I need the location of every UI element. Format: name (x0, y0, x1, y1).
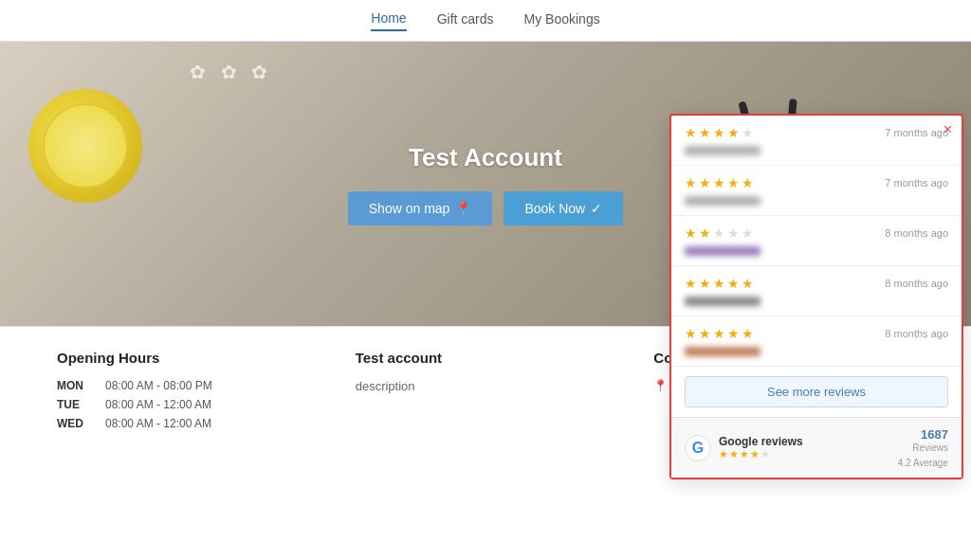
hours-tue: 08:00 AM - 12:00 AM (105, 398, 211, 411)
review-header-4: ★ ★ ★ ★ ★ 8 months ago (685, 276, 948, 291)
review-stars-3: ★ ★ ★ ★ ★ (685, 226, 754, 241)
review-time-1: 7 months ago (885, 127, 948, 138)
about-description: description (356, 379, 616, 393)
hours-row-tue: TUE 08:00 AM - 12:00 AM (57, 398, 318, 411)
review-item-5: ★ ★ ★ ★ ★ 8 months ago (671, 316, 962, 367)
review-time-4: 8 months ago (885, 278, 948, 289)
star-3: ★ (713, 125, 725, 140)
review-item-4: ★ ★ ★ ★ ★ 8 months ago (671, 266, 962, 316)
google-stars: ★ ★ ★ ★ ★ (719, 448, 803, 461)
hours-wed: 08:00 AM - 12:00 AM (105, 417, 211, 430)
day-label-mon: MON (57, 379, 90, 392)
review-time-2: 7 months ago (885, 177, 948, 189)
review-time-3: 8 months ago (885, 227, 948, 239)
about-card: Test account description (356, 350, 616, 537)
review-header-5: ★ ★ ★ ★ ★ 8 months ago (685, 326, 948, 341)
review-header-3: ★ ★ ★ ★ ★ 8 months ago (685, 226, 948, 241)
review-item-1: ★ ★ ★ ★ ★ 7 months ago (671, 116, 962, 166)
star-5: ★ (742, 125, 754, 140)
hero-flowers-decoration (190, 61, 332, 136)
nav-gift-cards[interactable]: Gift cards (437, 11, 494, 30)
reviewer-avatar-5 (685, 347, 760, 356)
day-label-wed: WED (57, 417, 90, 430)
google-reviews-label: Google reviews (719, 435, 803, 448)
google-review-count: 1687 Reviews 4.2 Average (898, 425, 948, 470)
review-stars-4: ★ ★ ★ ★ ★ (685, 276, 754, 291)
show-on-map-button[interactable]: Show on map 📍 (348, 191, 493, 226)
reviewer-avatar-4 (685, 297, 760, 306)
google-logo: G (685, 435, 711, 461)
hero-content: Test Account Show on map 📍 Book Now ✓ (348, 143, 623, 226)
review-time-5: 8 months ago (885, 328, 948, 339)
nav-home[interactable]: Home (371, 10, 406, 31)
hero-buttons: Show on map 📍 Book Now ✓ (348, 191, 623, 226)
reviews-panel: × ★ ★ ★ ★ ★ 7 months ago ★ ★ ★ ★ ★ 7 mon… (669, 114, 963, 479)
review-item-2: ★ ★ ★ ★ ★ 7 months ago (671, 166, 962, 216)
review-average: 4.2 Average (898, 458, 948, 468)
hero-lemon-decoration (28, 89, 142, 203)
google-reviews-info: Google reviews ★ ★ ★ ★ ★ (719, 435, 803, 461)
review-stars-1: ★ ★ ★ ★ ★ (685, 125, 754, 140)
day-label-tue: TUE (57, 398, 90, 411)
google-reviews-bar: G Google reviews ★ ★ ★ ★ ★ 1687 Reviews … (671, 417, 962, 478)
book-now-button[interactable]: Book Now ✓ (504, 191, 623, 226)
reviewer-avatar-2 (685, 196, 760, 206)
hours-row-mon: MON 08:00 AM - 08:00 PM (57, 379, 318, 392)
hours-row-wed: WED 08:00 AM - 12:00 AM (57, 417, 318, 430)
see-more-reviews-button[interactable]: See more reviews (685, 376, 948, 407)
navigation: Home Gift cards My Bookings (0, 0, 971, 42)
star-1: ★ (685, 125, 697, 140)
nav-my-bookings[interactable]: My Bookings (524, 11, 600, 30)
checkmark-icon: ✓ (591, 201, 602, 216)
review-header-1: ★ ★ ★ ★ ★ 7 months ago (685, 125, 948, 140)
opening-hours-card: Opening Hours MON 08:00 AM - 08:00 PM TU… (57, 350, 318, 537)
review-count-label: Reviews (898, 443, 948, 453)
about-title: Test account (356, 350, 616, 366)
reviewer-avatar-3 (685, 246, 760, 256)
reviewer-avatar-1 (685, 146, 760, 155)
star-2: ★ (699, 125, 711, 140)
location-pin-icon: 📍 (653, 379, 668, 392)
review-count-number: 1687 (921, 427, 948, 442)
review-stars-5: ★ ★ ★ ★ ★ (685, 326, 754, 341)
hours-mon: 08:00 AM - 08:00 PM (105, 379, 212, 392)
review-stars-2: ★ ★ ★ ★ ★ (685, 175, 754, 190)
opening-hours-title: Opening Hours (57, 350, 318, 366)
star-4: ★ (727, 125, 740, 140)
location-icon: 📍 (455, 201, 471, 216)
review-header-2: ★ ★ ★ ★ ★ 7 months ago (685, 175, 948, 190)
review-item-3: ★ ★ ★ ★ ★ 8 months ago (671, 216, 962, 266)
reviews-close-button[interactable]: × (944, 121, 952, 138)
hero-title: Test Account (348, 143, 623, 172)
